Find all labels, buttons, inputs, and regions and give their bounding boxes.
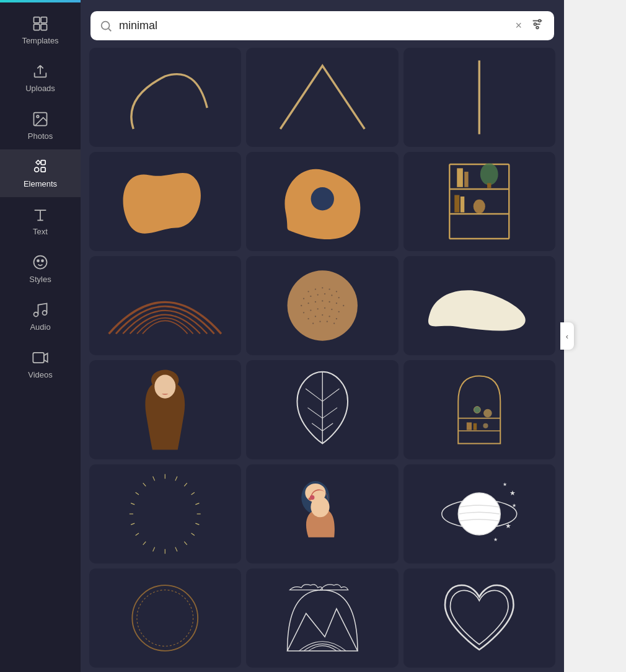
svg-line-87 xyxy=(153,547,155,552)
element-preview-mountain xyxy=(258,576,387,660)
grid-item-partial-1[interactable] xyxy=(89,48,241,147)
grid-item-partial-3[interactable] xyxy=(403,48,555,147)
svg-point-49 xyxy=(322,300,323,301)
svg-rect-32 xyxy=(454,195,459,213)
sidebar-item-styles[interactable]: Styles xyxy=(0,245,81,293)
svg-point-46 xyxy=(301,305,302,306)
grid-item-leaf-outline[interactable] xyxy=(246,360,398,459)
svg-line-80 xyxy=(196,503,200,505)
grid-item-radial-lines[interactable] xyxy=(89,464,241,564)
sidebar-item-audio[interactable]: Audio xyxy=(0,293,81,340)
svg-point-60 xyxy=(315,316,316,317)
grid-item-circle-ring[interactable] xyxy=(89,568,241,668)
collapse-panel-button[interactable]: ‹ xyxy=(560,322,574,350)
svg-point-9 xyxy=(34,256,47,269)
svg-point-71 xyxy=(474,407,480,413)
element-preview-two-women xyxy=(258,472,387,556)
svg-point-12 xyxy=(34,312,38,317)
grid-item-dotted-circle[interactable] xyxy=(246,256,398,355)
svg-point-40 xyxy=(303,298,304,299)
grid-item-two-women[interactable] xyxy=(246,464,398,564)
svg-line-83 xyxy=(192,533,195,536)
search-input[interactable]: minimal xyxy=(119,19,508,32)
grid-item-heart-outline[interactable] xyxy=(403,568,555,668)
element-preview-leaf-outline xyxy=(258,368,387,452)
svg-point-15 xyxy=(102,21,110,29)
svg-rect-73 xyxy=(467,422,472,430)
grid-item-mountain[interactable] xyxy=(246,568,398,668)
svg-point-53 xyxy=(303,312,304,313)
sidebar-item-uploads[interactable]: Uploads xyxy=(0,54,81,102)
sidebar-item-templates[interactable]: Templates xyxy=(0,6,81,54)
svg-point-45 xyxy=(338,297,339,298)
svg-rect-14 xyxy=(33,353,44,363)
element-preview-heart-outline xyxy=(415,576,544,660)
svg-point-35 xyxy=(307,291,309,292)
svg-point-11 xyxy=(41,259,44,262)
grid-item-bookshelf[interactable] xyxy=(403,152,555,251)
grid-item-planet[interactable]: ★ ★ ★ ★ ★ xyxy=(403,464,555,564)
svg-point-109 xyxy=(137,590,193,647)
sidebar: Templates Uploads Photos Elements Text xyxy=(0,0,81,672)
svg-point-55 xyxy=(317,308,318,309)
sidebar-item-videos[interactable]: Videos xyxy=(0,340,81,388)
svg-rect-8 xyxy=(41,167,45,172)
svg-point-10 xyxy=(37,259,40,262)
svg-text:★: ★ xyxy=(509,489,516,497)
element-preview-partial1 xyxy=(100,55,230,139)
svg-line-79 xyxy=(192,492,195,495)
svg-point-54 xyxy=(310,309,311,311)
grid-item-arch-shelf[interactable] xyxy=(403,360,555,459)
svg-rect-0 xyxy=(34,17,40,23)
templates-icon xyxy=(32,15,49,32)
svg-point-37 xyxy=(322,287,323,288)
svg-point-102 xyxy=(458,493,500,535)
svg-rect-2 xyxy=(34,24,40,30)
svg-point-100 xyxy=(308,498,311,501)
svg-point-52 xyxy=(343,305,344,306)
svg-point-5 xyxy=(37,115,39,118)
svg-rect-28 xyxy=(464,172,468,187)
grid-item-partial-2[interactable] xyxy=(246,48,398,147)
svg-line-92 xyxy=(131,503,135,505)
sidebar-item-photos[interactable]: Photos xyxy=(0,102,81,149)
sidebar-item-text[interactable]: Text xyxy=(0,197,81,245)
search-icon xyxy=(99,19,113,33)
svg-rect-30 xyxy=(487,183,491,188)
grid-item-cream-blob[interactable] xyxy=(403,256,555,355)
svg-point-31 xyxy=(474,200,485,213)
svg-point-65 xyxy=(319,321,320,322)
svg-line-85 xyxy=(175,547,177,552)
svg-text:★: ★ xyxy=(493,537,498,542)
grid-item-woman-figure[interactable] xyxy=(89,360,241,459)
svg-point-68 xyxy=(155,375,176,399)
search-filter-button[interactable] xyxy=(529,17,545,34)
uploads-icon xyxy=(32,63,49,80)
svg-rect-6 xyxy=(41,161,45,165)
element-preview-planet: ★ ★ ★ ★ ★ xyxy=(415,472,544,556)
svg-rect-33 xyxy=(461,197,464,213)
element-preview-bookshelf xyxy=(415,159,544,244)
grid-item-blob-flower[interactable] xyxy=(246,152,398,251)
svg-point-66 xyxy=(326,321,327,322)
sidebar-item-uploads-label: Uploads xyxy=(25,84,55,93)
svg-point-20 xyxy=(534,23,537,25)
svg-point-67 xyxy=(333,323,335,324)
search-bar: minimal × xyxy=(90,11,554,40)
svg-point-56 xyxy=(324,307,325,309)
sidebar-item-videos-label: Videos xyxy=(28,370,53,379)
svg-point-59 xyxy=(307,318,309,319)
sidebar-item-elements[interactable]: Elements xyxy=(0,149,81,197)
element-preview-partial2 xyxy=(258,55,387,139)
svg-point-41 xyxy=(310,296,311,297)
svg-text:★: ★ xyxy=(505,522,511,529)
svg-point-63 xyxy=(336,318,337,319)
photos-icon xyxy=(32,110,49,128)
search-clear-button[interactable]: × xyxy=(514,19,523,32)
svg-rect-27 xyxy=(457,168,463,187)
svg-point-58 xyxy=(338,311,339,312)
svg-point-98 xyxy=(311,497,329,517)
grid-item-blob-leaf[interactable] xyxy=(89,152,241,251)
grid-item-rainbow-arc[interactable] xyxy=(89,256,241,355)
svg-line-90 xyxy=(131,523,135,524)
